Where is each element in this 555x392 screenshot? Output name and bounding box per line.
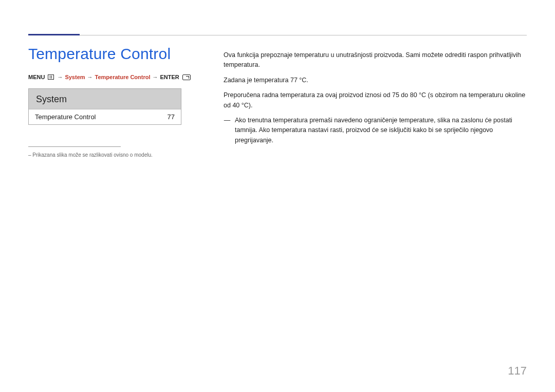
body-note-text: Ako trenutna temperatura premaši naveden…: [235, 116, 527, 145]
breadcrumb-system: System: [65, 74, 85, 80]
arrow-icon: →: [153, 74, 158, 80]
top-rule: [28, 35, 527, 35]
menu-card-row: Temperature Control 77: [29, 109, 181, 124]
menu-card: System Temperature Control 77: [28, 88, 181, 125]
breadcrumb-temp: Temperature Control: [95, 74, 151, 80]
breadcrumb-enter: ENTER: [160, 74, 179, 80]
section-title: Temperature Control: [28, 45, 203, 63]
arrow-icon: →: [57, 74, 63, 80]
footnote-divider: [28, 146, 121, 147]
body-paragraph: Zadana je temperatura 77 °C.: [224, 76, 527, 85]
left-column: Temperature Control MENU → System → Temp…: [28, 45, 203, 158]
content-area: Temperature Control MENU → System → Temp…: [28, 45, 527, 158]
menu-icon: [48, 74, 54, 80]
manual-page: Temperature Control MENU → System → Temp…: [0, 0, 555, 392]
menu-row-label: Temperature Control: [35, 113, 96, 121]
menu-card-header: System: [29, 89, 181, 109]
menu-row-value: 77: [168, 113, 175, 121]
enter-icon: [182, 74, 191, 80]
body-paragraph: Preporučena radna temperatura za ovaj pr…: [224, 90, 527, 110]
dash-icon: ―: [224, 116, 231, 145]
breadcrumb-menu: MENU: [28, 74, 45, 80]
breadcrumb: MENU → System → Temperature Control → EN…: [28, 74, 203, 80]
page-number: 117: [508, 364, 527, 378]
body-paragraph: Ova funkcija prepoznaje temperaturu u un…: [224, 50, 527, 70]
right-column: Ova funkcija prepoznaje temperaturu u un…: [224, 45, 527, 158]
accent-bar: [28, 34, 80, 35]
arrow-icon: →: [87, 74, 93, 80]
image-disclaimer: – Prikazana slika može se razlikovati ov…: [28, 152, 203, 158]
body-note: ― Ako trenutna temperatura premaši naved…: [224, 116, 527, 145]
